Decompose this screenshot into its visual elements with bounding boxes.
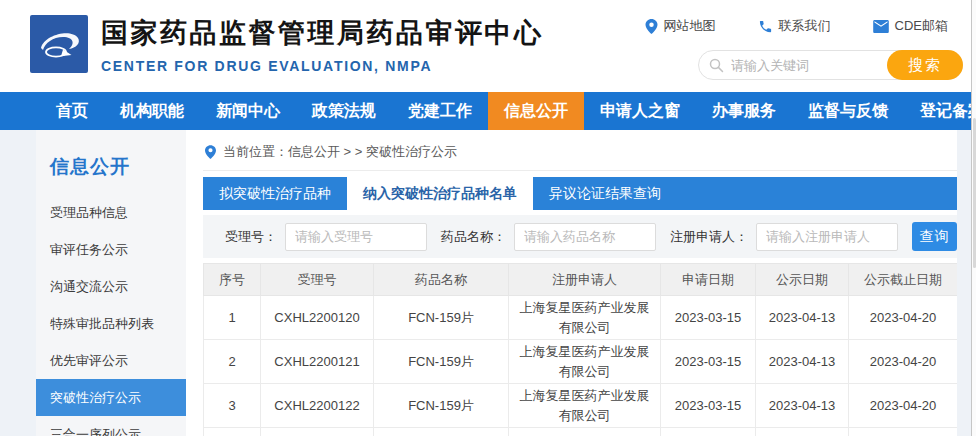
col-header-apply-date: 申请日期 <box>661 264 756 296</box>
table-cell-publicity-date: 2023-04-13 <box>756 340 849 384</box>
phone-icon <box>758 19 773 34</box>
quick-links: 网站地图 联系我们 CDE邮箱 <box>645 17 948 35</box>
col-header-drug-name: 药品名称 <box>374 264 509 296</box>
tab-objection-result-query[interactable]: 异议论证结果查询 <box>533 177 677 210</box>
sidebar-item-special-approval[interactable]: 特殊审批品种列表 <box>36 305 186 342</box>
sidebar: 信息公开 受理品种信息 审评任务公示 沟通交流公示 特殊审批品种列表 优先审评公… <box>36 130 186 436</box>
tab-proposed-breakthrough[interactable]: 拟突破性治疗品种 <box>203 177 347 210</box>
table-row: 2 CXHL2200121 FCN-159片 上海复星医药产业发展有限公司 20… <box>204 340 958 384</box>
quick-link-label: 网站地图 <box>664 17 716 35</box>
sidebar-item-priority-review[interactable]: 优先审评公示 <box>36 342 186 379</box>
table-row: 3 CXHL2200122 FCN-159片 上海复星医药产业发展有限公司 20… <box>204 384 958 428</box>
table-cell-drug-name: FCN-159片 <box>374 340 509 384</box>
tab-bar: 拟突破性治疗品种 纳入突破性治疗品种名单 异议论证结果查询 <box>203 177 957 210</box>
nav-item-policy[interactable]: 政策法规 <box>296 92 392 130</box>
acceptance-no-label: 受理号： <box>225 228 277 246</box>
col-header-acceptance-no: 受理号 <box>261 264 374 296</box>
table-cell-publicity-date: 2023-04-13 <box>756 384 849 428</box>
nav-item-supervision-feedback[interactable]: 监督与反馈 <box>792 92 904 130</box>
table-cell-acceptance-no: CXHL2200120 <box>261 296 374 340</box>
table-row: 1 CXHL2200120 FCN-159片 上海复星医药产业发展有限公司 20… <box>204 296 958 340</box>
content-area: 信息公开 受理品种信息 审评任务公示 沟通交流公示 特殊审批品种列表 优先审评公… <box>0 130 976 436</box>
location-pin-icon <box>645 19 658 34</box>
tab-included-breakthrough-list[interactable]: 纳入突破性治疗品种名单 <box>347 177 533 210</box>
filter-bar: 受理号： 药品名称： 注册申请人： 查询 <box>203 215 957 258</box>
sidebar-item-three-in-one[interactable]: 三合一序列公示 <box>36 416 186 436</box>
table-cell-apply-date: 2023-03-15 <box>661 340 756 384</box>
left-gutter <box>0 130 36 436</box>
drug-name-input[interactable] <box>514 223 656 251</box>
col-header-publicity-date: 公示日期 <box>756 264 849 296</box>
table-cell-drug-name: FCN-159片 <box>374 296 509 340</box>
nav-item-applicant-window[interactable]: 申请人之窗 <box>584 92 696 130</box>
table-cell-apply-date: 2023-03-15 <box>661 296 756 340</box>
table-cell-apply-date: 2023-03-15 <box>661 384 756 428</box>
col-header-applicant: 注册申请人 <box>509 264 661 296</box>
quick-link-label: 联系我们 <box>779 17 831 35</box>
table-cell-index: 3 <box>204 384 261 428</box>
breadcrumb-pin-icon <box>205 145 216 159</box>
cde-logo-icon <box>30 15 88 73</box>
quick-link-contact[interactable]: 联系我们 <box>758 17 831 35</box>
site-title-en: CENTER FOR DRUG EVALUATION, NMPA <box>101 58 544 74</box>
table-header-row: 序号 受理号 药品名称 注册申请人 申请日期 公示日期 公示截止日期 <box>204 264 958 296</box>
table-row-partial <box>204 428 958 436</box>
col-header-publicity-end-date: 公示截止日期 <box>849 264 958 296</box>
table-cell-publicity-end-date: 2023-04-20 <box>849 296 958 340</box>
table-cell-publicity-end-date: 2023-04-20 <box>849 384 958 428</box>
sidebar-title: 信息公开 <box>36 130 186 194</box>
nav-item-info-disclosure[interactable]: 信息公开 <box>488 92 584 130</box>
site-title-cn: 国家药品监督管理局药品审评中心 <box>101 15 544 51</box>
search-icon <box>709 58 724 73</box>
nav-item-services[interactable]: 办事服务 <box>696 92 792 130</box>
nav-item-registration-platform[interactable]: 登记备案平台 <box>904 92 976 130</box>
applicant-input[interactable] <box>756 223 898 251</box>
page-scrollbar[interactable] <box>971 0 976 436</box>
sidebar-item-accepted-varieties[interactable]: 受理品种信息 <box>36 194 186 231</box>
quick-link-label: CDE邮箱 <box>895 17 948 35</box>
search-button[interactable]: 搜索 <box>887 50 963 80</box>
applicant-label: 注册申请人： <box>670 228 748 246</box>
sidebar-item-review-tasks[interactable]: 审评任务公示 <box>36 231 186 268</box>
quick-link-cde-mail[interactable]: CDE邮箱 <box>873 17 948 35</box>
table-cell-index: 1 <box>204 296 261 340</box>
envelope-icon <box>873 20 889 33</box>
breakthrough-therapy-table: 序号 受理号 药品名称 注册申请人 申请日期 公示日期 公示截止日期 1 CXH… <box>203 263 957 436</box>
breadcrumb: 当前位置：信息公开 > > 突破性治疗公示 <box>203 130 957 171</box>
table-cell-acceptance-no: CXHL2200122 <box>261 384 374 428</box>
nav-item-party-building[interactable]: 党建工作 <box>392 92 488 130</box>
table-cell-acceptance-no: CXHL2200121 <box>261 340 374 384</box>
query-button[interactable]: 查询 <box>912 222 957 251</box>
table-cell-publicity-end-date: 2023-04-20 <box>849 340 958 384</box>
nav-item-organization[interactable]: 机构职能 <box>104 92 200 130</box>
acceptance-no-input[interactable] <box>285 223 427 251</box>
breadcrumb-text: 当前位置：信息公开 > > 突破性治疗公示 <box>223 143 457 161</box>
col-header-index: 序号 <box>204 264 261 296</box>
site-titles: 国家药品监督管理局药品审评中心 CENTER FOR DRUG EVALUATI… <box>101 15 544 74</box>
cde-logo <box>30 15 88 73</box>
site-header: 国家药品监督管理局药品审评中心 CENTER FOR DRUG EVALUATI… <box>0 0 976 92</box>
quick-link-sitemap[interactable]: 网站地图 <box>645 17 716 35</box>
nav-item-news[interactable]: 新闻中心 <box>200 92 296 130</box>
table-cell-applicant: 上海复星医药产业发展有限公司 <box>509 384 661 428</box>
table-cell-drug-name: FCN-159片 <box>374 384 509 428</box>
table-cell-publicity-date: 2023-04-13 <box>756 296 849 340</box>
site-search-bar: 搜索 <box>698 50 963 80</box>
sidebar-item-communication[interactable]: 沟通交流公示 <box>36 268 186 305</box>
main-panel: 当前位置：信息公开 > > 突破性治疗公示 拟突破性治疗品种 纳入突破性治疗品种… <box>186 130 957 436</box>
search-input[interactable] <box>724 58 887 73</box>
table-cell-applicant: 上海复星医药产业发展有限公司 <box>509 340 661 384</box>
table-cell-applicant: 上海复星医药产业发展有限公司 <box>509 296 661 340</box>
main-nav: 首页 机构职能 新闻中心 政策法规 党建工作 信息公开 申请人之窗 办事服务 监… <box>0 92 976 130</box>
drug-name-label: 药品名称： <box>441 228 506 246</box>
nav-item-home[interactable]: 首页 <box>40 92 104 130</box>
table-cell-index: 2 <box>204 340 261 384</box>
sidebar-item-breakthrough-therapy[interactable]: 突破性治疗公示 <box>36 379 186 416</box>
